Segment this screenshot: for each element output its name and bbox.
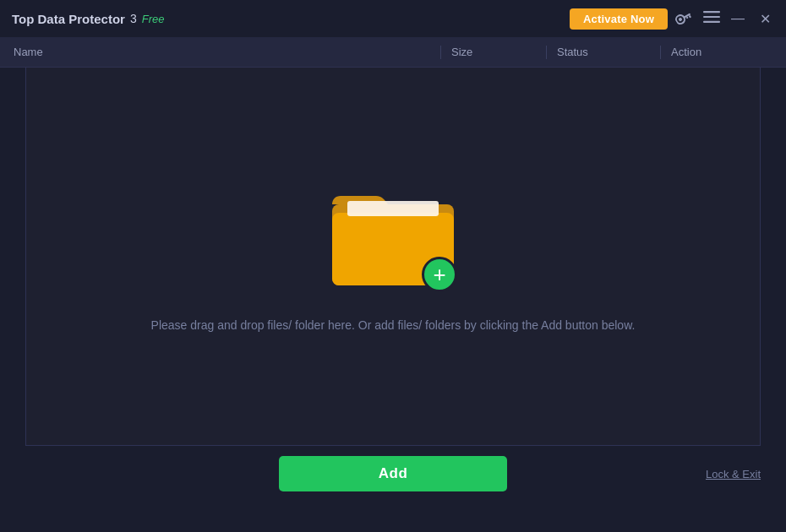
table-header: Name Size Status Action	[0, 37, 786, 68]
svg-point-1	[678, 17, 682, 21]
svg-rect-7	[703, 20, 720, 22]
col-divider-3	[660, 46, 661, 59]
title-right: Activate Now — ✕	[570, 8, 774, 30]
folder-icon-container: +	[325, 177, 461, 296]
title-left: Top Data Protector 3 Free	[12, 12, 164, 26]
add-button[interactable]: Add	[279, 456, 507, 491]
app-window: Top Data Protector 3 Free Activate Now	[0, 0, 786, 532]
menu-icon[interactable]	[703, 10, 720, 28]
key-icon[interactable]	[673, 6, 698, 30]
lock-exit-button[interactable]: Lock & Exit	[706, 468, 761, 480]
bottom-bar: Add Lock & Exit	[0, 446, 786, 502]
col-size-header: Size	[443, 46, 544, 58]
close-button[interactable]: ✕	[756, 11, 774, 27]
col-divider-2	[546, 46, 547, 59]
col-divider-1	[440, 46, 441, 59]
app-version: 3	[130, 12, 137, 25]
folder-add-icon: +	[422, 257, 457, 292]
drop-zone[interactable]: + Please drag and drop files/ folder her…	[25, 68, 761, 446]
svg-rect-6	[703, 15, 720, 17]
col-action-header: Action	[663, 46, 772, 58]
col-name-header: Name	[14, 46, 439, 58]
drop-instruction-text: Please drag and drop files/ folder here.…	[151, 316, 636, 334]
svg-rect-5	[703, 11, 720, 13]
col-status-header: Status	[549, 46, 658, 58]
activate-now-button[interactable]: Activate Now	[570, 8, 668, 30]
title-bar: Top Data Protector 3 Free Activate Now	[0, 0, 786, 37]
svg-rect-10	[347, 201, 439, 216]
app-free-badge: Free	[142, 13, 165, 25]
minimize-button[interactable]: —	[729, 11, 747, 26]
app-title: Top Data Protector	[12, 12, 125, 26]
